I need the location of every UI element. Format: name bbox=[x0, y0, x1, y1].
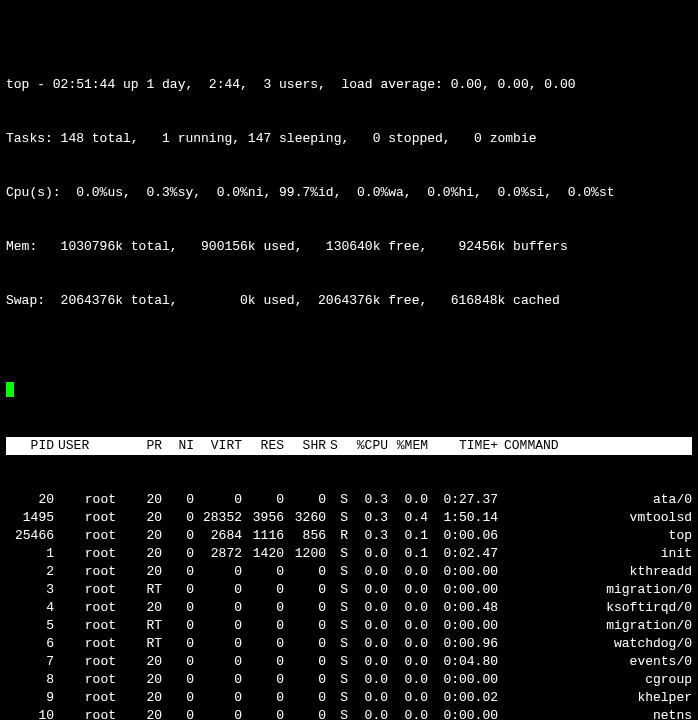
cell-ni: 0 bbox=[162, 563, 194, 581]
cell-res: 0 bbox=[242, 653, 284, 671]
cell-mem: 0.0 bbox=[388, 581, 428, 599]
cell-s: S bbox=[326, 653, 348, 671]
cell-time: 0:00.06 bbox=[428, 527, 498, 545]
cell-cmd: khelper bbox=[498, 689, 692, 707]
cell-s: S bbox=[326, 491, 348, 509]
cell-virt: 28352 bbox=[194, 509, 242, 527]
cell-user: root bbox=[54, 689, 116, 707]
cell-shr: 0 bbox=[284, 635, 326, 653]
cell-s: S bbox=[326, 581, 348, 599]
terminal[interactable]: top - 02:51:44 up 1 day, 2:44, 3 users, … bbox=[0, 0, 698, 720]
cell-ni: 0 bbox=[162, 545, 194, 563]
cell-cpu: 0.0 bbox=[348, 653, 388, 671]
cell-shr: 0 bbox=[284, 689, 326, 707]
cell-cmd: ksoftirqd/0 bbox=[498, 599, 692, 617]
cell-pr: 20 bbox=[116, 491, 162, 509]
cell-time: 0:00.00 bbox=[428, 671, 498, 689]
cell-cmd: netns bbox=[498, 707, 692, 720]
process-row: 10root200000S0.00.00:00.00netns bbox=[6, 707, 692, 720]
cell-virt: 2684 bbox=[194, 527, 242, 545]
cell-virt: 2872 bbox=[194, 545, 242, 563]
process-row: 8root200000S0.00.00:00.00cgroup bbox=[6, 671, 692, 689]
column-header: PID USER PR NI VIRT RES SHR S %CPU %MEM … bbox=[6, 437, 692, 455]
cell-user: root bbox=[54, 563, 116, 581]
cell-ni: 0 bbox=[162, 689, 194, 707]
col-res: RES bbox=[242, 437, 284, 455]
col-pid: PID bbox=[6, 437, 54, 455]
cell-ni: 0 bbox=[162, 509, 194, 527]
cell-cmd: top bbox=[498, 527, 692, 545]
cell-time: 0:00.00 bbox=[428, 707, 498, 720]
cell-virt: 0 bbox=[194, 581, 242, 599]
cell-shr: 1200 bbox=[284, 545, 326, 563]
process-row: 3rootRT0000S0.00.00:00.00migration/0 bbox=[6, 581, 692, 599]
process-row: 1495root2002835239563260S0.30.41:50.14vm… bbox=[6, 509, 692, 527]
cell-time: 0:00.00 bbox=[428, 581, 498, 599]
cell-virt: 0 bbox=[194, 599, 242, 617]
col-virt: VIRT bbox=[194, 437, 242, 455]
cell-res: 0 bbox=[242, 581, 284, 599]
cell-s: R bbox=[326, 527, 348, 545]
cursor-icon bbox=[6, 382, 14, 397]
cell-time: 0:00.02 bbox=[428, 689, 498, 707]
col-cmd: COMMAND bbox=[498, 437, 692, 455]
cell-s: S bbox=[326, 563, 348, 581]
cell-s: S bbox=[326, 689, 348, 707]
cell-user: root bbox=[54, 635, 116, 653]
cell-s: S bbox=[326, 509, 348, 527]
cell-mem: 0.1 bbox=[388, 545, 428, 563]
cell-pid: 8 bbox=[6, 671, 54, 689]
cell-s: S bbox=[326, 617, 348, 635]
cell-pr: RT bbox=[116, 635, 162, 653]
cell-s: S bbox=[326, 635, 348, 653]
cell-time: 0:04.80 bbox=[428, 653, 498, 671]
cell-pr: RT bbox=[116, 581, 162, 599]
cpu-line: Cpu(s): 0.0%us, 0.3%sy, 0.0%ni, 99.7%id,… bbox=[6, 184, 692, 202]
cell-cpu: 0.3 bbox=[348, 527, 388, 545]
col-shr: SHR bbox=[284, 437, 326, 455]
cell-pid: 10 bbox=[6, 707, 54, 720]
cell-user: root bbox=[54, 545, 116, 563]
cell-ni: 0 bbox=[162, 671, 194, 689]
cell-mem: 0.0 bbox=[388, 689, 428, 707]
cell-user: root bbox=[54, 527, 116, 545]
col-pr: PR bbox=[116, 437, 162, 455]
cell-cmd: migration/0 bbox=[498, 617, 692, 635]
cell-ni: 0 bbox=[162, 635, 194, 653]
process-row: 9root200000S0.00.00:00.02khelper bbox=[6, 689, 692, 707]
cell-ni: 0 bbox=[162, 617, 194, 635]
cell-virt: 0 bbox=[194, 671, 242, 689]
cell-mem: 0.0 bbox=[388, 617, 428, 635]
cell-time: 0:00.48 bbox=[428, 599, 498, 617]
col-mem: %MEM bbox=[388, 437, 428, 455]
cell-user: root bbox=[54, 653, 116, 671]
cell-cpu: 0.0 bbox=[348, 707, 388, 720]
cell-ni: 0 bbox=[162, 707, 194, 720]
cell-res: 1420 bbox=[242, 545, 284, 563]
cell-cpu: 0.0 bbox=[348, 671, 388, 689]
cell-ni: 0 bbox=[162, 491, 194, 509]
swap-line: Swap: 2064376k total, 0k used, 2064376k … bbox=[6, 292, 692, 310]
cell-cpu: 0.0 bbox=[348, 689, 388, 707]
cell-mem: 0.0 bbox=[388, 671, 428, 689]
cell-shr: 0 bbox=[284, 617, 326, 635]
cell-res: 3956 bbox=[242, 509, 284, 527]
cell-user: root bbox=[54, 599, 116, 617]
cell-mem: 0.0 bbox=[388, 563, 428, 581]
cell-pr: 20 bbox=[116, 689, 162, 707]
cell-virt: 0 bbox=[194, 491, 242, 509]
cell-cpu: 0.0 bbox=[348, 635, 388, 653]
cell-cpu: 0.3 bbox=[348, 509, 388, 527]
cell-user: root bbox=[54, 509, 116, 527]
cell-s: S bbox=[326, 599, 348, 617]
cell-pid: 2 bbox=[6, 563, 54, 581]
process-list: 20root200000S0.30.00:27.37ata/01495root2… bbox=[6, 491, 692, 720]
cell-user: root bbox=[54, 491, 116, 509]
cell-virt: 0 bbox=[194, 707, 242, 720]
col-time: TIME+ bbox=[428, 437, 498, 455]
cell-pr: 20 bbox=[116, 563, 162, 581]
process-row: 4root200000S0.00.00:00.48ksoftirqd/0 bbox=[6, 599, 692, 617]
cell-virt: 0 bbox=[194, 563, 242, 581]
process-row: 1root200287214201200S0.00.10:02.47init bbox=[6, 545, 692, 563]
cell-user: root bbox=[54, 671, 116, 689]
